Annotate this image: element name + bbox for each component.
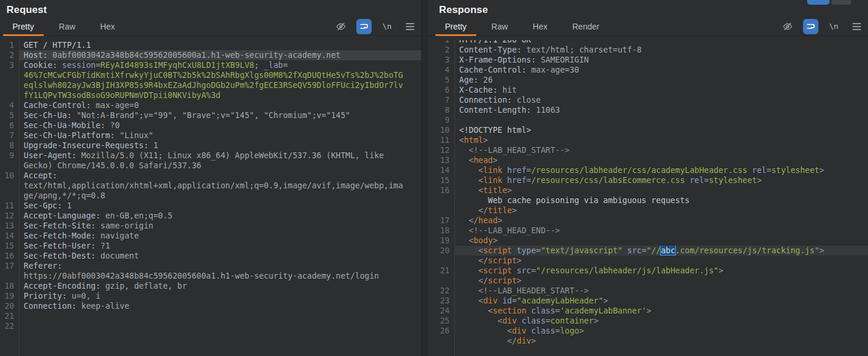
request-line-7: 7Sec-Ch-Ua-Platform: "Linux"	[0, 130, 421, 141]
tab-pretty[interactable]: Pretty	[433, 17, 479, 35]
response-line-22: 22 <!--LAB_HEADER_START-->	[435, 286, 868, 296]
line-number: 22	[435, 286, 454, 296]
response-line-9: 9	[435, 115, 868, 125]
request-editor-icons: \n	[333, 18, 418, 34]
response-line-11: 11<html>	[435, 135, 868, 145]
clipped-toolbar-fragment	[831, 0, 851, 5]
response-line-wrap: </script>	[435, 276, 868, 286]
response-line-10: 10<!DOCTYPE html>	[435, 125, 868, 135]
tab-raw[interactable]: Raw	[47, 17, 88, 35]
response-line-25: 25 <div class=container>	[435, 316, 868, 326]
line-number: 5	[0, 110, 19, 120]
line-number: 18	[435, 226, 454, 236]
line-number: 15	[435, 175, 454, 185]
line-number: 10	[435, 125, 454, 135]
editor-menu-icon[interactable]	[402, 19, 418, 34]
panel-splitter[interactable]	[421, 0, 427, 356]
line-number	[0, 271, 19, 281]
line-number	[0, 161, 19, 171]
hide-symbols-icon[interactable]	[333, 19, 349, 34]
tab-raw[interactable]: Raw	[479, 17, 521, 35]
line-number	[0, 80, 19, 90]
request-line-wrap: fY1LQPvTW3sodBsoG9oRUPNmVDTpii0NKVibyA%3…	[0, 90, 421, 100]
line-number: 14	[0, 231, 19, 241]
tab-hex[interactable]: Hex	[88, 17, 128, 35]
request-line-20: 20Connection: keep-alive	[0, 301, 421, 311]
tab-render[interactable]: Render	[560, 17, 612, 35]
request-line-wrap: ge/apng,*/*;q=0.8	[0, 191, 421, 201]
line-number	[0, 90, 19, 100]
clipped-toolbar-button-fragment[interactable]	[807, 0, 830, 5]
response-editor[interactable]: 1HTTP/1.1 200 OK2Content-Type: text/html…	[435, 40, 868, 356]
response-line-1: 1HTTP/1.1 200 OK	[435, 40, 868, 45]
line-number: 10	[0, 171, 19, 181]
line-number	[0, 181, 19, 191]
line-number: 8	[0, 141, 19, 151]
request-editor[interactable]: 1GET / HTTP/1.12Host: 0abf0003042a348b84…	[0, 40, 421, 356]
response-line-8: 8Content-Length: 11063	[435, 105, 868, 115]
line-number: 17	[0, 261, 19, 271]
response-line-23: 23 <div id="academyLabHeader">	[435, 296, 868, 306]
request-tabbar: PrettyRawHex \n	[0, 17, 421, 36]
line-number: 4	[0, 100, 19, 110]
request-line-wrap: text/html,application/xhtml+xml,applicat…	[0, 181, 421, 191]
tab-hex[interactable]: Hex	[521, 17, 560, 35]
line-number: 15	[0, 241, 19, 251]
request-line-19: 19Priority: u=0, i	[0, 291, 421, 301]
soft-wrap-icon[interactable]	[356, 19, 372, 34]
line-number: 21	[435, 266, 454, 276]
line-number: 23	[435, 296, 454, 306]
hide-symbols-icon[interactable]	[780, 19, 795, 34]
line-number: 25	[435, 316, 454, 326]
line-number: 19	[435, 236, 454, 246]
response-line-wrap: Web cache poisoning via ambiguous reques…	[435, 195, 868, 205]
request-line-wrap: https://0abf0003042a348b84c59562005600a1…	[0, 271, 421, 281]
line-number: 7	[0, 130, 19, 141]
request-line-8: 8Upgrade-Insecure-Requests: 1	[0, 141, 421, 151]
request-panel: Request PrettyRawHex \n 1GET / HTTP/1.12…	[0, 0, 421, 356]
line-number: 12	[0, 211, 19, 221]
response-line-21: 21 <script src="/resources/labheader/js/…	[435, 266, 868, 276]
response-tabbar: PrettyRawHexRender \n	[427, 17, 868, 36]
line-number: 3	[0, 60, 19, 70]
line-number: 13	[435, 155, 454, 165]
response-editor-rows[interactable]: 1HTTP/1.1 200 OK2Content-Type: text/html…	[435, 40, 868, 346]
line-number: 22	[0, 321, 19, 331]
line-number: 24	[435, 306, 454, 316]
response-line-19: 19 <body>	[435, 236, 868, 246]
request-line-wrap: Gecko) Chrome/145.0.0.0 Safari/537.36	[0, 161, 421, 171]
request-line-wrap: eqlslwh802ayJw3BjIH3XP85s9R4bxEZaAdJhgoD…	[0, 80, 421, 90]
tab-pretty[interactable]: Pretty	[0, 17, 47, 35]
response-panel-title: Response	[427, 0, 868, 16]
response-line-2: 2Content-Type: text/html; charset=utf-8	[435, 45, 868, 55]
line-number: 1	[0, 40, 19, 50]
line-number: 9	[435, 115, 454, 125]
request-line-22: 22	[0, 321, 421, 331]
line-number: 9	[0, 151, 19, 161]
request-editor-rows[interactable]: 1GET / HTTP/1.12Host: 0abf0003042a348b84…	[0, 40, 421, 331]
line-number	[435, 195, 454, 205]
response-line-wrap: </script>	[435, 256, 868, 266]
request-line-5: 5Sec-Ch-Ua: "Not:A-Brand";v="99", "Brave…	[0, 110, 421, 120]
line-number: 2	[0, 50, 19, 60]
soft-wrap-icon[interactable]	[803, 19, 818, 34]
line-number: 12	[435, 145, 454, 155]
response-line-15: 15 <link href=/resources/css/labsEcommer…	[435, 175, 868, 185]
request-line-12: 12Accept-Language: en-GB,en;q=0.5	[0, 211, 421, 221]
request-line-4: 4Cache-Control: max-age=0	[0, 100, 421, 110]
response-line-20: 20 <script type="text/javascript" src="/…	[435, 246, 868, 256]
line-number: 26	[435, 326, 454, 336]
show-newlines-icon[interactable]: \n	[379, 19, 395, 34]
request-line-11: 11Sec-Gpc: 1	[0, 201, 421, 211]
editor-menu-icon[interactable]	[849, 19, 864, 34]
response-line-26: 26 <div class=logo>	[435, 326, 868, 336]
line-number: 5	[435, 75, 454, 85]
line-number: 14	[435, 165, 454, 175]
request-line-2: 2Host: 0abf0003042a348b84c59562005600a1.…	[0, 50, 421, 60]
show-newlines-icon[interactable]: \n	[826, 19, 841, 34]
response-line-17: 17 </head>	[435, 215, 868, 226]
line-number: 2	[435, 45, 454, 55]
request-line-9: 9User-Agent: Mozilla/5.0 (X11; Linux x86…	[0, 151, 421, 161]
response-line-wrap: </title>	[435, 205, 868, 215]
response-panel: Response PrettyRawHexRender \n 1HTTP/1.1…	[427, 0, 868, 356]
